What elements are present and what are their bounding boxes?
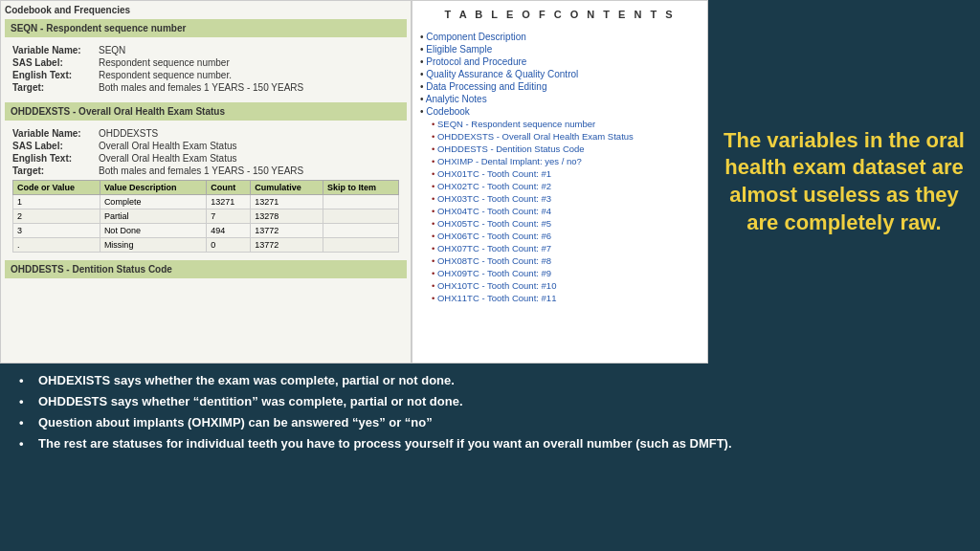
- list-item: OHDEXISTS says whether the exam was comp…: [19, 373, 961, 389]
- col-header-skip: Skip to Item: [323, 181, 398, 195]
- toc-panel: T A B L E O F C O N T E N T S Component …: [412, 0, 708, 364]
- toc-subitem[interactable]: OHX02TC - Tooth Count: #2: [432, 181, 700, 191]
- codebook-title: Codebook and Frequencies: [5, 5, 407, 15]
- toc-item[interactable]: Protocol and Procedure: [420, 56, 700, 67]
- var-row-name: Variable Name: SEQN: [12, 45, 399, 55]
- bullet-list: OHDEXISTS says whether the exam was comp…: [19, 373, 961, 452]
- toc-subitem[interactable]: OHX11TC - Tooth Count: #11: [432, 293, 700, 303]
- s2-var-label-target: Target:: [12, 165, 99, 176]
- list-item: OHDDESTS says whether “dentition” was co…: [19, 394, 961, 410]
- quote-text: The variables in the oral health exam da…: [724, 127, 965, 236]
- toc-subitem[interactable]: OHDDESTS - Dentition Status Code: [432, 143, 700, 154]
- var-label-target: Target:: [12, 82, 99, 93]
- var-label-name: Variable Name:: [12, 45, 99, 55]
- table-row: 1Complete1327113271: [13, 195, 399, 209]
- list-item: The rest are statuses for individual tee…: [19, 436, 961, 452]
- toc-main-list: Component DescriptionEligible SampleProt…: [420, 32, 700, 303]
- toc-subitem[interactable]: OHX06TC - Tooth Count: #6: [432, 231, 700, 241]
- section1-header: SEQN - Respondent sequence number: [5, 19, 407, 37]
- col-header-cumulative: Cumulative: [251, 181, 323, 195]
- toc-item[interactable]: Eligible Sample: [420, 44, 700, 55]
- col-header-desc: Value Description: [100, 181, 206, 195]
- toc-title: T A B L E O F C O N T E N T S: [420, 9, 700, 24]
- toc-sublist: SEQN - Respondent sequence numberOHDDEXS…: [420, 119, 700, 303]
- var-val-target: Both males and females 1 YEARS - 150 YEA…: [99, 82, 303, 93]
- s2-var-val-name: OHDDEXSTS: [99, 128, 158, 139]
- toc-subitem[interactable]: OHX04TC - Tooth Count: #4: [432, 206, 700, 216]
- s2-var-label-sas: SAS Label:: [12, 141, 99, 151]
- section2-header: OHDDEXSTS - Overall Oral Health Exam Sta…: [5, 102, 407, 121]
- frequency-table: Code or Value Value Description Count Cu…: [12, 180, 399, 253]
- s2-var-val-sas: Overall Oral Health Exam Status: [99, 141, 237, 151]
- col-header-code: Code or Value: [13, 181, 100, 195]
- s2-var-val-english: Overall Oral Health Exam Status: [99, 153, 237, 164]
- toc-item[interactable]: CodebookSEQN - Respondent sequence numbe…: [420, 106, 700, 303]
- s2-var-label-english: English Text:: [12, 153, 99, 164]
- bottom-section: OHDEXISTS says whether the exam was comp…: [0, 364, 980, 551]
- var-row-english: English Text: Respondent sequence number…: [12, 70, 399, 80]
- toc-subitem[interactable]: OHX09TC - Tooth Count: #9: [432, 268, 700, 278]
- toc-subitem[interactable]: OHX07TC - Tooth Count: #7: [432, 243, 700, 253]
- list-item: Question about implants (OHXIMP) can be …: [19, 415, 961, 431]
- var-val-sas: Respondent sequence number: [99, 57, 230, 68]
- toc-subitem[interactable]: OHX01TC - Tooth Count: #1: [432, 168, 700, 179]
- section1-variables: Variable Name: SEQN SAS Label: Responden…: [5, 41, 407, 99]
- toc-item[interactable]: Data Processing and Editing: [420, 81, 700, 92]
- table-row: .Missing013772: [13, 238, 399, 253]
- section3-header: OHDDESTS - Dentition Status Code: [5, 260, 407, 278]
- table-row: 2Partial713278: [13, 209, 399, 224]
- var-label-english: English Text:: [12, 70, 99, 80]
- toc-subitem[interactable]: OHX05TC - Tooth Count: #5: [432, 218, 700, 229]
- toc-subitem[interactable]: OHXIMP - Dental Implant: yes / no?: [432, 156, 700, 166]
- var-val-name: SEQN: [99, 45, 125, 55]
- toc-subitem[interactable]: OHX08TC - Tooth Count: #8: [432, 255, 700, 266]
- toc-item[interactable]: Analytic Notes: [420, 94, 700, 104]
- toc-subitem[interactable]: SEQN - Respondent sequence number: [432, 119, 700, 129]
- quote-panel: The variables in the oral health exam da…: [708, 0, 980, 364]
- var-row-target: Target: Both males and females 1 YEARS -…: [12, 82, 399, 93]
- toc-item[interactable]: Quality Assurance & Quality Control: [420, 69, 700, 79]
- toc-subitem[interactable]: OHX03TC - Tooth Count: #3: [432, 193, 700, 204]
- s2-var-label-name: Variable Name:: [12, 128, 99, 139]
- toc-subitem[interactable]: OHX10TC - Tooth Count: #10: [432, 280, 700, 291]
- var-val-english: Respondent sequence number.: [99, 70, 232, 80]
- toc-subitem[interactable]: OHDDEXSTS - Overall Oral Health Exam Sta…: [432, 131, 700, 142]
- section2-variables: Variable Name: OHDDEXSTS SAS Label: Over…: [5, 124, 407, 256]
- col-header-count: Count: [207, 181, 251, 195]
- table-row: 3Not Done49413772: [13, 224, 399, 238]
- var-row-sas: SAS Label: Respondent sequence number: [12, 57, 399, 68]
- s2-var-val-target: Both males and females 1 YEARS - 150 YEA…: [99, 165, 303, 176]
- codebook-panel: Codebook and Frequencies SEQN - Responde…: [0, 0, 412, 364]
- var-label-sas: SAS Label:: [12, 57, 99, 68]
- toc-item[interactable]: Component Description: [420, 32, 700, 42]
